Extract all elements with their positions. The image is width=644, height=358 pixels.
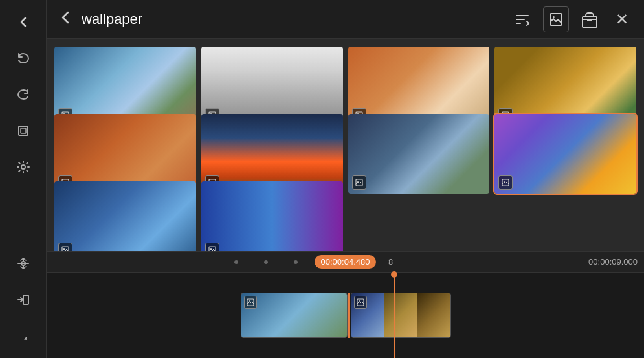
media-type-icon-7 xyxy=(352,175,366,190)
svg-point-12 xyxy=(553,16,555,18)
media-item-10[interactable] xyxy=(201,181,343,251)
expand-button[interactable] xyxy=(8,320,39,352)
car-clip-3[interactable] xyxy=(417,293,450,338)
header-actions: ✕ xyxy=(509,6,634,32)
timeline-dots xyxy=(234,260,298,264)
insert-right-button[interactable] xyxy=(8,284,39,315)
media-item-9[interactable] xyxy=(54,181,196,251)
media-type-icon-9 xyxy=(58,243,72,251)
close-button[interactable]: ✕ xyxy=(610,8,634,31)
end-timecode: 00:00:09.000 xyxy=(588,257,638,267)
sort-button[interactable] xyxy=(509,6,535,32)
settings-button[interactable] xyxy=(8,151,39,183)
back-button[interactable] xyxy=(8,6,39,38)
svg-rect-7 xyxy=(23,295,28,304)
store-button[interactable] xyxy=(577,6,603,32)
svg-point-2 xyxy=(21,165,25,169)
clip-icon-cars xyxy=(354,296,367,309)
media-type-icon-8 xyxy=(498,175,513,190)
image-mode-button[interactable] xyxy=(543,6,569,32)
svg-rect-1 xyxy=(21,128,26,133)
svg-rect-0 xyxy=(19,126,28,135)
clip-icon-lake xyxy=(244,296,257,309)
left-sidebar xyxy=(0,0,47,358)
redo-button[interactable] xyxy=(8,79,39,110)
timeline-track[interactable] xyxy=(47,273,644,358)
media-type-icon-10 xyxy=(205,243,219,251)
main-content: wallpaper xyxy=(47,0,644,358)
clip-lake[interactable] xyxy=(241,293,348,338)
adjust-button[interactable] xyxy=(8,248,39,279)
svg-rect-13 xyxy=(583,17,597,27)
media-item-8[interactable] xyxy=(494,114,636,194)
ruler-dot-3 xyxy=(294,260,298,264)
playhead[interactable] xyxy=(394,273,395,358)
media-item-7[interactable] xyxy=(348,114,490,194)
ruler-dot-2 xyxy=(264,260,268,264)
ruler-number: 8 xyxy=(388,257,393,267)
timeline-area: 00:00:04.480 8 00:00:09.000 xyxy=(47,251,644,358)
clip-cut-point[interactable] xyxy=(348,293,350,338)
page-title: wallpaper xyxy=(82,11,509,28)
clip-cars[interactable] xyxy=(351,293,451,338)
header-back-button[interactable] xyxy=(57,9,74,30)
undo-button[interactable] xyxy=(8,43,39,74)
ruler-dot-1 xyxy=(234,260,238,264)
car-clip-2[interactable] xyxy=(384,293,417,338)
car-clip-1[interactable] xyxy=(351,293,384,338)
header: wallpaper xyxy=(47,0,644,39)
current-timecode: 00:00:04.480 xyxy=(315,255,377,269)
timeline-clips xyxy=(241,293,451,338)
svg-rect-14 xyxy=(587,19,592,21)
media-grid xyxy=(47,39,644,251)
crop-button[interactable] xyxy=(8,115,39,146)
timeline-ruler: 00:00:04.480 8 00:00:09.000 xyxy=(47,252,644,273)
